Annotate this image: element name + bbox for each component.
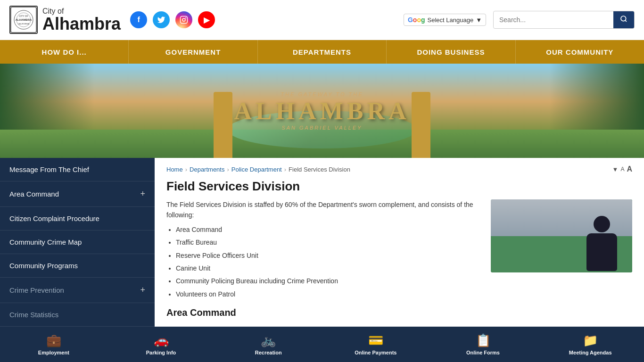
agendas-label: Meeting Agendas bbox=[569, 350, 612, 355]
font-increase-button[interactable]: A bbox=[627, 165, 632, 173]
footer-agendas[interactable]: 📁 Meeting Agendas bbox=[537, 331, 644, 358]
list-item: Reserve Police Officers Unit bbox=[176, 250, 481, 261]
svg-text:CALIFORNIA: CALIFORNIA bbox=[18, 23, 29, 25]
search-input[interactable] bbox=[494, 12, 613, 27]
page-body: The Field Services Division is staffed b… bbox=[166, 199, 632, 320]
footer-recreation[interactable]: 🚲 Recreation bbox=[215, 331, 322, 358]
breadcrumb: Home › Departments › Police Department ›… bbox=[166, 165, 632, 173]
sidebar-plus-icon-2: + bbox=[140, 285, 145, 295]
list-item: Volunteers on Patrol bbox=[176, 289, 481, 299]
site-header: CITY OF ALHAMBRA CALIFORNIA City of Alha… bbox=[0, 0, 644, 40]
sidebar-item-community-programs[interactable]: Community Programs bbox=[0, 254, 155, 278]
main-content: Message From The Chief Area Command + Ci… bbox=[0, 158, 644, 327]
page-text: The Field Services Division is staffed b… bbox=[166, 199, 481, 320]
sidebar-item-crime-prevention[interactable]: Crime Prevention + bbox=[0, 278, 155, 303]
parking-icon: 🚗 bbox=[154, 333, 169, 348]
list-item: Canine Unit bbox=[176, 263, 481, 273]
translate-chevron: ▼ bbox=[476, 16, 482, 24]
svg-point-8 bbox=[185, 17, 186, 18]
hero-valley-text: SAN GABRIEL VALLEY bbox=[234, 125, 410, 131]
facebook-icon[interactable]: f bbox=[130, 11, 147, 28]
hero-gateway-text: THE GATEWAY TO THE bbox=[234, 91, 410, 97]
footer-employment[interactable]: 💼 Employment bbox=[0, 331, 107, 358]
font-decrease-button[interactable]: A bbox=[620, 166, 624, 173]
sidebar: Message From The Chief Area Command + Ci… bbox=[0, 158, 155, 327]
nav-departments[interactable]: DEPARTMENTS bbox=[258, 40, 387, 64]
hero-banner: THE GATEWAY TO THE ALHAMBRA SAN GABRIEL … bbox=[0, 64, 644, 158]
content-list: Area Command Traffic Bureau Reserve Poli… bbox=[176, 224, 481, 299]
forms-label: Online Forms bbox=[466, 350, 500, 355]
nav-doing-business[interactable]: DOING BUSINESS bbox=[387, 40, 515, 64]
footer-payments[interactable]: 💳 Online Payments bbox=[322, 331, 429, 358]
parking-label: Parking Info bbox=[146, 350, 176, 355]
nav-government[interactable]: GOVERNMENT bbox=[129, 40, 257, 64]
list-item: Area Command bbox=[176, 224, 481, 235]
sidebar-item-crime-statistics[interactable]: Crime Statistics bbox=[0, 303, 155, 327]
recreation-icon: 🚲 bbox=[261, 333, 276, 348]
main-nav: HOW DO I... GOVERNMENT DEPARTMENTS DOING… bbox=[0, 40, 644, 64]
breadcrumb-current: Field Services Division bbox=[289, 166, 350, 173]
logo-text: City of Alhambra bbox=[42, 7, 121, 33]
forms-icon: 📋 bbox=[476, 333, 491, 348]
employment-label: Employment bbox=[38, 350, 69, 355]
list-item: Community Policing Bureau including Crim… bbox=[176, 276, 481, 286]
breadcrumb-police[interactable]: Police Department bbox=[231, 166, 282, 173]
google-translate-widget[interactable]: Goog Select Language ▼ bbox=[404, 14, 486, 26]
logo-area[interactable]: CITY OF ALHAMBRA CALIFORNIA City of Alha… bbox=[9, 6, 121, 34]
translate-label: Select Language bbox=[428, 16, 474, 24]
svg-point-7 bbox=[182, 18, 185, 21]
payments-icon: 💳 bbox=[368, 333, 383, 348]
header-left: CITY OF ALHAMBRA CALIFORNIA City of Alha… bbox=[9, 6, 215, 34]
sidebar-item-crime-map[interactable]: Community Crime Map bbox=[0, 230, 155, 254]
instagram-icon[interactable] bbox=[175, 11, 192, 28]
breadcrumb-links: Home › Departments › Police Department ›… bbox=[166, 166, 350, 173]
breadcrumb-sep-2: › bbox=[227, 166, 229, 173]
list-item: Traffic Bureau bbox=[176, 237, 481, 247]
footer: 💼 Employment 🚗 Parking Info 🚲 Recreation… bbox=[0, 327, 644, 362]
breadcrumb-departments[interactable]: Departments bbox=[190, 166, 224, 173]
svg-text:CITY OF: CITY OF bbox=[19, 15, 28, 17]
officer-image bbox=[491, 199, 632, 272]
recreation-label: Recreation bbox=[255, 350, 282, 355]
footer-parking[interactable]: 🚗 Parking Info bbox=[107, 331, 215, 358]
sidebar-item-area-command[interactable]: Area Command + bbox=[0, 181, 155, 207]
breadcrumb-sep-1: › bbox=[185, 166, 187, 173]
nav-how-do-i[interactable]: HOW DO I... bbox=[0, 40, 129, 64]
employment-icon: 💼 bbox=[46, 333, 61, 348]
sidebar-plus-icon: + bbox=[140, 189, 145, 199]
breadcrumb-home[interactable]: Home bbox=[166, 166, 183, 173]
payments-label: Online Payments bbox=[355, 350, 396, 355]
page-title: Field Services Division bbox=[166, 179, 632, 194]
intro-text: The Field Services Division is staffed b… bbox=[166, 199, 481, 221]
google-logo: Goog bbox=[408, 16, 425, 24]
breadcrumb-sep-3: › bbox=[284, 166, 286, 173]
svg-line-10 bbox=[625, 20, 627, 22]
social-icons-group: f ▶ bbox=[130, 11, 215, 28]
nav-our-community[interactable]: OUR COMMUNITY bbox=[516, 40, 644, 64]
city-name-label: Alhambra bbox=[42, 16, 121, 33]
twitter-icon[interactable] bbox=[153, 11, 170, 28]
search-bar bbox=[493, 11, 635, 29]
svg-point-9 bbox=[621, 16, 626, 21]
font-resize-controls: ▼ A A bbox=[612, 165, 632, 173]
agendas-icon: 📁 bbox=[583, 333, 598, 348]
city-seal: CITY OF ALHAMBRA CALIFORNIA bbox=[9, 6, 38, 34]
svg-rect-6 bbox=[181, 16, 188, 24]
sidebar-item-message[interactable]: Message From The Chief bbox=[0, 158, 155, 181]
sidebar-item-citizen-complaint[interactable]: Citizen Complaint Procedure bbox=[0, 207, 155, 230]
header-right: Goog Select Language ▼ bbox=[404, 11, 635, 29]
footer-forms[interactable]: 📋 Online Forms bbox=[429, 331, 537, 358]
search-button[interactable] bbox=[613, 11, 634, 28]
page-content: Home › Departments › Police Department ›… bbox=[155, 158, 644, 327]
svg-text:ALHAMBRA: ALHAMBRA bbox=[16, 18, 32, 21]
hero-city-text: ALHAMBRA bbox=[234, 97, 410, 125]
section-heading: Area Command bbox=[166, 305, 481, 320]
youtube-icon[interactable]: ▶ bbox=[198, 11, 215, 28]
